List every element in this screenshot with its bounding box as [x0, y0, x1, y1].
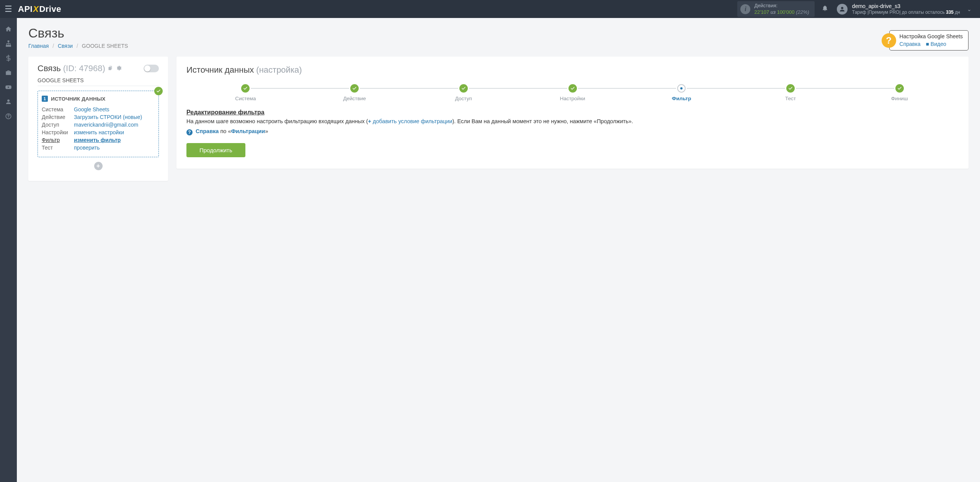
step-label: Настройки: [560, 96, 585, 101]
plan-days: 335: [946, 10, 954, 15]
add-destination-button[interactable]: +: [94, 162, 103, 170]
wizard-step[interactable]: Доступ: [409, 84, 518, 101]
step-dot-done-icon: [568, 84, 577, 93]
step-dot-done-icon: [350, 84, 359, 93]
wizard-step[interactable]: Финиш: [845, 84, 954, 101]
step-label: Действие: [343, 96, 366, 101]
logo[interactable]: APIXDrive: [18, 4, 61, 14]
wizard-stepper: СистемаДействиеДоступНастройкиФильтрТест…: [186, 84, 959, 101]
source-row-link[interactable]: изменить фильтр: [74, 137, 121, 143]
user-menu[interactable]: demo_apix-drive_s3 Тариф |Премиум PRO| д…: [837, 3, 972, 16]
help-inline-icon: ?: [186, 129, 193, 135]
sidebar-account[interactable]: [0, 94, 17, 109]
svg-rect-1: [6, 46, 7, 47]
source-row-link[interactable]: maverickandrii@gmail.com: [74, 122, 138, 128]
actions-pct: (22%): [796, 9, 809, 15]
app-header: ☰ APIXDrive i Действия: 22'107 из 100'00…: [0, 0, 980, 18]
video-icon: ■: [926, 41, 929, 47]
continue-button[interactable]: Продолжить: [186, 143, 245, 157]
sidebar-youtube[interactable]: [0, 80, 17, 94]
help-ref-link[interactable]: Справка: [900, 41, 921, 47]
avatar-icon: [837, 4, 848, 15]
step-dot-done-icon: [786, 84, 795, 93]
plan-suffix: дн: [954, 10, 960, 15]
source-row: Доступmaverickandrii@gmail.com: [42, 121, 155, 129]
logo-text-api: API: [18, 4, 33, 14]
source-row-link[interactable]: Загрузить СТРОКИ (новые): [74, 114, 142, 120]
step-dot-done-icon: [459, 84, 468, 93]
source-row: Настройкиизменить настройки: [42, 129, 155, 136]
actions-counter[interactable]: i Действия: 22'107 из 100'000 (22%): [737, 1, 814, 17]
left-title: Связь: [38, 64, 61, 73]
actions-used: 22'107: [754, 9, 769, 15]
step-label: Финиш: [891, 96, 908, 101]
page-title: Связь: [28, 26, 882, 41]
svg-rect-0: [8, 41, 9, 42]
step-dot-done-icon: [241, 84, 250, 93]
plus-icon: +: [368, 118, 373, 124]
wizard-step[interactable]: Фильтр: [627, 84, 736, 101]
left-id: (ID: 47968): [63, 64, 105, 73]
sidebar-home[interactable]: [0, 22, 17, 36]
data-source-card: 1 ИСТОЧНИК ДАННЫХ СистемаGoogle SheetsДе…: [38, 91, 159, 157]
help-title: Настройка Google Sheets: [900, 33, 963, 41]
breadcrumb: Главная / Связи / GOOGLE SHEETS: [28, 43, 882, 49]
source-row-key: Тест: [42, 145, 74, 151]
section-text-1: На данном шаге возможно настроить фильтр…: [186, 118, 368, 124]
source-row: Тестпроверить: [42, 144, 155, 151]
wizard-step[interactable]: Настройки: [518, 84, 627, 101]
source-row-link[interactable]: Google Sheets: [74, 106, 109, 112]
section-heading: Редактирование фильтра: [186, 109, 959, 116]
step-dot-current-icon: [677, 84, 686, 93]
breadcrumb-links[interactable]: Связи: [58, 43, 73, 49]
source-row-key: Система: [42, 106, 74, 112]
sidebar-billing[interactable]: [0, 51, 17, 65]
plan-prefix: Тариф |Премиум PRO| до оплаты осталось: [852, 10, 946, 15]
num-badge: 1: [42, 96, 48, 102]
add-filter-link[interactable]: добавить условие фильтрации: [373, 118, 452, 124]
bell-icon[interactable]: [822, 5, 828, 13]
help-widget: ? Настройка Google Sheets Справка ■Видео: [882, 30, 969, 50]
svg-rect-2: [8, 46, 9, 47]
copy-icon[interactable]: [108, 65, 113, 72]
source-row-link[interactable]: проверить: [74, 145, 100, 151]
main-content: Связь Главная / Связи / GOOGLE SHEETS ? …: [17, 18, 980, 482]
step-label: Тест: [785, 96, 796, 101]
actions-of: из: [771, 9, 776, 15]
user-name: demo_apix-drive_s3: [852, 3, 960, 10]
chevron-down-icon: ⌄: [967, 6, 972, 12]
step-label: Фильтр: [672, 96, 691, 101]
hamburger-icon[interactable]: ☰: [5, 4, 12, 14]
svg-rect-3: [10, 46, 11, 47]
right-subtitle: (настройка): [256, 65, 302, 75]
step-dot-done-icon: [895, 84, 904, 93]
source-row-key: Настройки: [42, 129, 74, 135]
enable-toggle[interactable]: [144, 65, 159, 72]
source-row-link[interactable]: изменить настройки: [74, 129, 124, 135]
connection-summary-panel: Связь (ID: 47968) GOOGLE SHEETS 1 ИСТОЧ: [28, 57, 168, 181]
wizard-step[interactable]: Система: [191, 84, 300, 101]
sidebar-help[interactable]: [0, 109, 17, 124]
sidebar: [0, 18, 17, 482]
help-mid: по «: [219, 128, 231, 134]
help-ref-inline[interactable]: Справка: [196, 128, 219, 134]
source-row-key: Фильтр: [42, 137, 74, 143]
help-end: »: [265, 128, 268, 134]
source-row: Фильтризменить фильтр: [42, 136, 155, 144]
info-icon: i: [740, 4, 750, 14]
help-video-link[interactable]: Видео: [931, 41, 946, 47]
section-text-2: ). Если Вам на данный момент это не нужн…: [452, 118, 633, 124]
gear-icon[interactable]: [116, 65, 122, 72]
sidebar-connections[interactable]: [0, 36, 17, 51]
actions-total: 100'000: [777, 9, 795, 15]
wizard-step[interactable]: Действие: [300, 84, 409, 101]
sidebar-business[interactable]: [0, 65, 17, 80]
source-row-key: Действие: [42, 114, 74, 120]
breadcrumb-home[interactable]: Главная: [28, 43, 49, 49]
step-label: Доступ: [455, 96, 472, 101]
help-question-icon[interactable]: ?: [882, 33, 896, 48]
logo-text-drive: Drive: [39, 4, 61, 14]
wizard-step[interactable]: Тест: [736, 84, 845, 101]
breadcrumb-current: GOOGLE SHEETS: [82, 43, 128, 49]
right-title: Источник данных: [186, 65, 254, 75]
